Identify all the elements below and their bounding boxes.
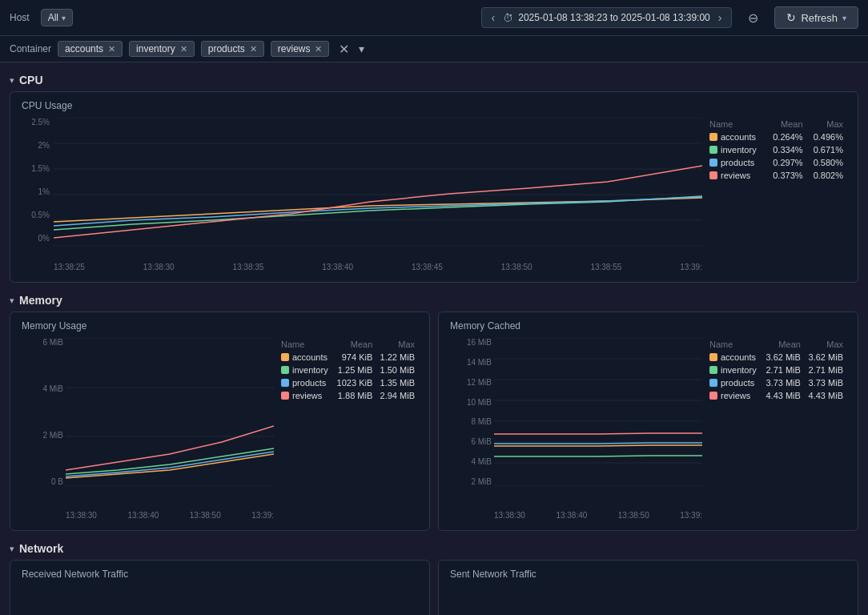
main-content: ▾ CPU CPU Usage 2.5% 2% 1.5% 1% 0.5% 0% (0, 62, 868, 615)
cpu-y-axis: 2.5% 2% 1.5% 1% 0.5% 0% (22, 118, 50, 246)
filter-tag-inventory-remove[interactable]: ✕ (180, 44, 187, 54)
time-navigation: ‹ ⏱ 2025-01-08 13:38:23 to 2025-01-08 13… (481, 7, 733, 28)
network-section-header[interactable]: ▾ Network (10, 539, 858, 560)
memory-usage-panel: Memory Usage 6 MiB 4 MiB 2 MiB 0 B (10, 312, 430, 531)
filter-tag-products-remove[interactable]: ✕ (250, 44, 257, 54)
cpu-legend-table: Name Mean Max accounts 0.264% 0.496% (706, 118, 846, 182)
memory-section-header[interactable]: ▾ Memory (10, 291, 858, 312)
mem-cached-row-products: products 3.73 MiB 3.73 MiB (706, 376, 846, 389)
refresh-chevron-icon: ▾ (842, 14, 846, 22)
cpu-chart-svg (54, 118, 702, 246)
memory-usage-svg-area (66, 338, 274, 486)
network-chevron-icon: ▾ (10, 544, 14, 554)
memory-usage-legend-table: Name Mean Max accounts 974 KiB 1.22 MiB (278, 338, 418, 402)
memory-cached-panel: Memory Cached 16 MiB 14 MiB 12 MiB 10 Mi… (438, 312, 858, 531)
cpu-legend-row-products: products 0.297% 0.580% (706, 156, 846, 169)
prev-time-button[interactable]: ‹ (488, 11, 499, 24)
cpu-chart-title: CPU Usage (22, 100, 846, 111)
filter-tag-reviews-label: reviews (278, 43, 311, 54)
cpu-chart-panel: CPU Usage 2.5% 2% 1.5% 1% 0.5% 0% (10, 91, 858, 283)
reviews-color-dot (709, 171, 717, 179)
mem-inventory-dot (281, 366, 289, 374)
memory-cached-svg-area (494, 338, 702, 486)
cached-inventory-dot (709, 366, 717, 374)
cpu-legend-row-reviews: reviews 0.373% 0.802% (706, 169, 846, 182)
all-label: All (48, 12, 58, 23)
mem-cached-row-accounts: accounts 3.62 MiB 3.62 MiB (706, 351, 846, 364)
time-range-text: 2025-01-08 13:38:23 to 2025-01-08 13:39:… (518, 12, 710, 23)
cpu-section-title: CPU (19, 74, 43, 86)
inventory-color-dot (709, 146, 717, 154)
cpu-chart-legend: Name Mean Max accounts 0.264% 0.496% (706, 118, 846, 182)
zoom-out-button[interactable]: ⊖ (745, 10, 762, 26)
cpu-section-header[interactable]: ▾ CPU (10, 70, 858, 91)
mem-cached-row-inventory: inventory 2.71 MiB 2.71 MiB (706, 364, 846, 376)
sent-network-title: Sent Network Traffic (450, 569, 846, 580)
cpu-chart-container: 2.5% 2% 1.5% 1% 0.5% 0% (22, 118, 846, 274)
memory-section: ▾ Memory Memory Usage 6 MiB 4 MiB 2 MiB … (10, 291, 858, 531)
cached-reviews-dot (709, 392, 717, 400)
accounts-color-dot (709, 133, 717, 141)
memory-usage-legend: Name Mean Max accounts 974 KiB 1.22 MiB (278, 338, 418, 402)
memory-cached-legend-table: Name Mean Max accounts 3.62 MiB 3.62 MiB (706, 338, 846, 402)
cpu-chevron-icon: ▾ (10, 75, 14, 86)
products-color-dot (709, 159, 717, 167)
cpu-chart-svg-area (54, 118, 702, 246)
mem-products-dot (281, 379, 289, 387)
filter-tag-inventory-label: inventory (136, 43, 175, 54)
memory-usage-chart-container: 6 MiB 4 MiB 2 MiB 0 B (22, 338, 418, 522)
memory-cached-x-axis: 13:38:30 13:38:40 13:38:50 13:39: (494, 508, 702, 522)
mem-reviews-dot (281, 392, 289, 400)
cpu-legend-header-mean: Mean (766, 118, 806, 131)
mem-cached-row-reviews: reviews 4.43 MiB 4.43 MiB (706, 389, 846, 402)
filter-tag-products-label: products (208, 43, 245, 54)
filter-tag-inventory[interactable]: inventory ✕ (129, 41, 195, 57)
network-section-title: Network (19, 542, 63, 555)
top-bar: Host All ▾ ‹ ⏱ 2025-01-08 13:38:23 to 20… (0, 0, 868, 36)
memory-usage-y-axis: 6 MiB 4 MiB 2 MiB 0 B (22, 338, 63, 486)
memory-cached-title: Memory Cached (450, 320, 846, 332)
sent-network-panel: Sent Network Traffic (438, 560, 858, 615)
filter-tag-products[interactable]: products ✕ (201, 41, 264, 57)
filter-tag-accounts-label: accounts (65, 43, 103, 54)
filter-tag-accounts[interactable]: accounts ✕ (58, 41, 123, 57)
memory-charts-row: Memory Usage 6 MiB 4 MiB 2 MiB 0 B (10, 312, 858, 531)
network-section: ▾ Network Received Network Traffic Sent … (10, 539, 858, 615)
filter-bar: Container accounts ✕ inventory ✕ product… (0, 36, 868, 62)
clock-icon: ⏱ (503, 12, 513, 24)
memory-usage-svg (66, 338, 274, 486)
memory-usage-title: Memory Usage (22, 320, 418, 332)
filter-add-button[interactable]: ✕ (336, 42, 352, 57)
cached-products-dot (709, 379, 717, 387)
mem-usage-row-accounts: accounts 974 KiB 1.22 MiB (278, 351, 418, 364)
filter-tag-reviews[interactable]: reviews ✕ (271, 41, 330, 57)
cached-accounts-dot (709, 353, 717, 361)
cpu-legend-header-max: Max (806, 118, 846, 131)
mem-usage-row-reviews: reviews 1.88 MiB 2.94 MiB (278, 389, 418, 402)
cpu-legend-header-name: Name (706, 118, 766, 131)
received-network-panel: Received Network Traffic (10, 560, 430, 615)
memory-cached-y-axis: 16 MiB 14 MiB 12 MiB 10 MiB 8 MiB 6 MiB … (450, 338, 492, 486)
mem-accounts-dot (281, 353, 289, 361)
memory-chevron-icon: ▾ (10, 295, 14, 306)
filter-tag-reviews-remove[interactable]: ✕ (315, 44, 322, 54)
mem-usage-row-inventory: inventory 1.25 MiB 1.50 MiB (278, 364, 418, 376)
refresh-icon: ↻ (786, 11, 796, 24)
memory-cached-chart-container: 16 MiB 14 MiB 12 MiB 10 MiB 8 MiB 6 MiB … (450, 338, 846, 522)
container-label: Container (10, 43, 51, 54)
filter-dropdown-icon[interactable]: ▾ (359, 42, 364, 55)
cpu-section: ▾ CPU CPU Usage 2.5% 2% 1.5% 1% 0.5% 0% (10, 70, 858, 283)
chevron-down-icon: ▾ (62, 14, 66, 22)
cpu-x-axis: 13:38:25 13:38:30 13:38:35 13:38:40 13:3… (54, 259, 702, 274)
memory-section-title: Memory (19, 294, 62, 307)
filter-tag-accounts-remove[interactable]: ✕ (108, 44, 115, 54)
cpu-legend-row-accounts: accounts 0.264% 0.496% (706, 131, 846, 143)
host-label: Host (10, 12, 30, 23)
received-network-title: Received Network Traffic (22, 569, 418, 580)
mem-usage-row-products: products 1023 KiB 1.35 MiB (278, 376, 418, 389)
memory-cached-legend: Name Mean Max accounts 3.62 MiB 3.62 MiB (706, 338, 846, 402)
next-time-button[interactable]: › (715, 11, 725, 24)
refresh-button[interactable]: ↻ Refresh ▾ (774, 6, 858, 29)
memory-usage-x-axis: 13:38:30 13:38:40 13:38:50 13:39: (66, 508, 274, 522)
all-dropdown[interactable]: All ▾ (41, 9, 73, 26)
